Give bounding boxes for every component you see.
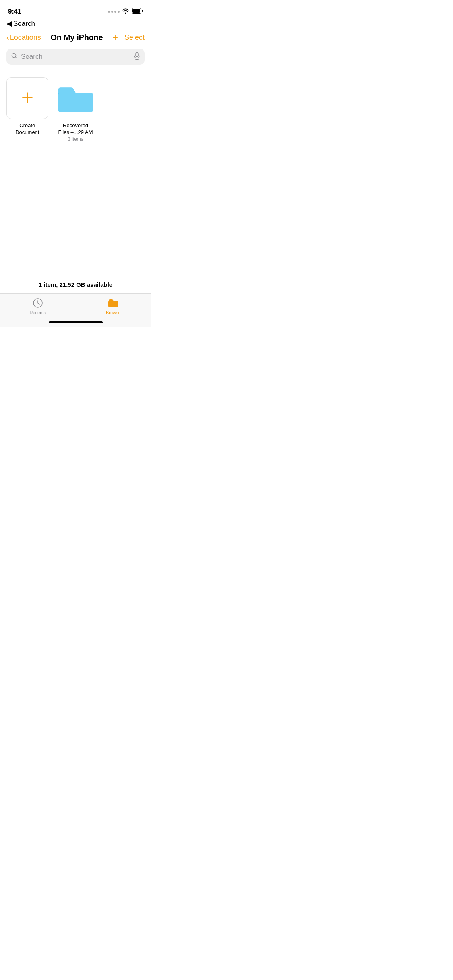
search-icon [11,53,18,61]
create-document-label: CreateDocument [15,122,39,136]
search-input[interactable]: Search [21,53,131,61]
plus-icon: + [21,87,33,108]
chevron-left-icon: ‹ [6,33,9,42]
status-bar: 9:41 [0,0,151,18]
recents-icon [32,297,43,309]
folder-item-count: 3 items [68,136,83,142]
tab-recents-label: Recents [30,310,46,315]
select-button[interactable]: Select [124,33,145,42]
folder-label: RecoveredFiles –...29 AM [58,122,93,136]
back-arrow-icon: ◀ [6,19,12,28]
back-nav: ◀ Search [0,18,151,28]
battery-icon [132,8,143,15]
create-document-item[interactable]: + CreateDocument [6,77,48,142]
folder-tile [55,77,97,119]
nav-actions: + Select [112,33,145,42]
search-bar[interactable]: Search [6,49,145,65]
mic-icon[interactable] [134,52,140,61]
storage-info: 1 item, 21.52 GB available [0,276,151,293]
locations-label: Locations [10,33,41,42]
folder-icon [57,79,94,117]
tab-browse[interactable]: Browse [76,294,151,319]
nav-header: ‹ Locations On My iPhone + Select [0,29,151,45]
recovered-files-folder[interactable]: RecoveredFiles –...29 AM 3 items [55,77,97,142]
search-container: Search [0,45,151,69]
svg-rect-1 [132,9,140,13]
status-icons [108,8,143,15]
page-title: On My iPhone [50,33,103,42]
add-button[interactable]: + [112,33,118,42]
create-document-tile: + [6,77,48,119]
back-label[interactable]: Search [13,20,35,28]
signal-icon [108,11,120,13]
svg-rect-6 [58,93,93,113]
status-time: 9:41 [8,8,21,16]
svg-rect-3 [136,53,138,57]
locations-back-button[interactable]: ‹ Locations [6,33,41,42]
wifi-icon [122,8,129,15]
home-indicator [49,321,103,323]
content-grid: + CreateDocument RecoveredFiles –...29 A… [0,69,151,150]
browse-icon [108,297,119,309]
tab-browse-label: Browse [106,310,121,315]
tab-recents[interactable]: Recents [0,294,76,319]
